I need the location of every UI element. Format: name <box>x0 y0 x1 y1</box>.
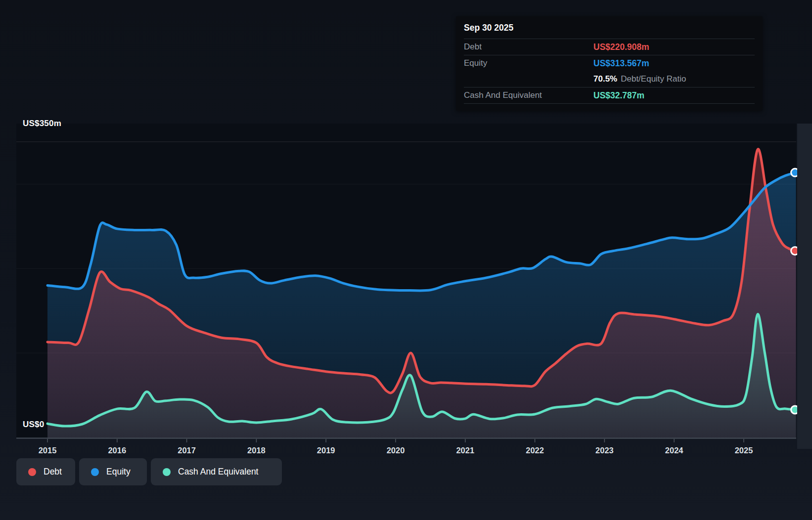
legend-item-equity[interactable]: Equity <box>79 458 147 485</box>
year-label-2015: 2015 <box>25 446 70 455</box>
y-axis-zero-label: US$0 <box>23 420 44 430</box>
tooltip-debt-row: Debt US$220.908m <box>464 39 755 55</box>
legend-label-equity: Equity <box>106 467 131 477</box>
hover-tooltip: Sep 30 2025 Debt US$220.908m Equity US$3… <box>456 16 763 111</box>
x-axis-ticks <box>47 439 744 442</box>
year-label-2025: 2025 <box>722 446 766 455</box>
legend-item-debt[interactable]: Debt <box>16 458 75 485</box>
equity-legend-dot-icon <box>91 468 99 476</box>
tooltip-cash-row: Cash And Equivalent US$32.787m <box>464 87 755 104</box>
balance-sheet-history-chart: US$350m US$0 201520162017201820192020202… <box>0 0 812 520</box>
year-label-2023: 2023 <box>582 446 627 455</box>
year-label-2016: 2016 <box>95 446 139 455</box>
year-label-2019: 2019 <box>304 446 348 455</box>
year-label-2020: 2020 <box>373 446 418 455</box>
year-label-2021: 2021 <box>443 446 488 455</box>
tooltip-cash-label: Cash And Equivalent <box>464 90 593 100</box>
tooltip-equity-label: Equity <box>464 58 593 68</box>
plot-right-strip <box>797 124 812 449</box>
tooltip-ratio-label: Debt/Equity Ratio <box>621 74 686 84</box>
legend-label-debt: Debt <box>44 467 62 477</box>
tooltip-debt-label: Debt <box>464 42 593 52</box>
chart-legend: DebtEquityCash And Equivalent <box>0 458 812 485</box>
year-label-2024: 2024 <box>652 446 696 455</box>
y-axis-max-label: US$350m <box>23 119 61 129</box>
legend-item-cash[interactable]: Cash And Equivalent <box>151 458 282 485</box>
tooltip-cash-value: US$32.787m <box>593 90 644 101</box>
year-label-2017: 2017 <box>165 446 209 455</box>
year-label-2022: 2022 <box>513 446 557 455</box>
debt-legend-dot-icon <box>28 468 36 476</box>
legend-label-cash: Cash And Equivalent <box>178 467 258 477</box>
tooltip-date: Sep 30 2025 <box>464 16 755 39</box>
tooltip-ratio-value: 70.5% <box>593 74 617 84</box>
tooltip-ratio-row: 70.5% Debt/Equity Ratio <box>464 71 755 87</box>
cash-legend-dot-icon <box>163 468 171 476</box>
tooltip-equity-value: US$313.567m <box>593 58 649 69</box>
tooltip-debt-value: US$220.908m <box>593 42 649 52</box>
tooltip-equity-row: Equity US$313.567m <box>464 55 755 71</box>
year-label-2018: 2018 <box>234 446 278 455</box>
